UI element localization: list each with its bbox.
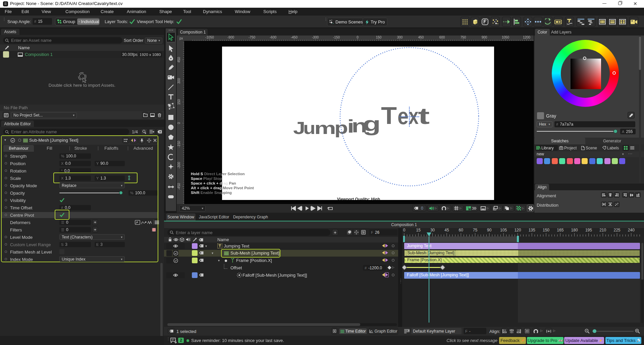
svg-text:0: 0 — [177, 122, 181, 124]
svg-text:0: 0 — [357, 36, 359, 39]
svg-text:-900: -900 — [227, 36, 234, 39]
svg-text:750: 750 — [461, 36, 466, 39]
svg-text:225: 225 — [613, 228, 620, 232]
svg-text:300: 300 — [177, 78, 181, 84]
svg-text:1200: 1200 — [523, 36, 531, 39]
svg-text:150: 150 — [376, 36, 382, 39]
svg-text:-150: -150 — [177, 141, 181, 147]
svg-text:195: 195 — [585, 228, 592, 232]
svg-text:-300: -300 — [177, 162, 181, 168]
svg-text:150: 150 — [543, 228, 549, 232]
svg-text:600: 600 — [439, 36, 445, 39]
svg-text:15: 15 — [416, 228, 421, 232]
svg-text:135: 135 — [529, 228, 535, 232]
svg-text:-600: -600 — [270, 36, 276, 39]
svg-text:150: 150 — [177, 99, 181, 105]
svg-text:165: 165 — [557, 228, 564, 232]
svg-text:-450: -450 — [291, 36, 298, 39]
svg-text:-450: -450 — [177, 183, 181, 190]
svg-text:450: 450 — [177, 57, 181, 63]
svg-text:210: 210 — [599, 228, 606, 232]
svg-text:-750: -750 — [249, 36, 255, 39]
svg-text:900: 900 — [482, 36, 487, 39]
svg-text:240: 240 — [628, 228, 635, 232]
svg-text:0: 0 — [403, 228, 406, 232]
svg-text:-150: -150 — [333, 36, 340, 39]
svg-text:-1050: -1050 — [205, 36, 214, 39]
svg-text:180: 180 — [571, 228, 578, 232]
svg-text:45: 45 — [444, 228, 449, 232]
svg-text:90: 90 — [487, 228, 492, 232]
svg-text:450: 450 — [418, 36, 424, 39]
svg-text:60: 60 — [459, 228, 464, 232]
svg-text:75: 75 — [473, 228, 478, 232]
svg-text:120: 120 — [514, 228, 521, 232]
svg-text:300: 300 — [397, 36, 403, 39]
svg-text:-300: -300 — [312, 36, 319, 39]
svg-text:105: 105 — [500, 228, 507, 232]
svg-text:1050: 1050 — [502, 36, 509, 39]
